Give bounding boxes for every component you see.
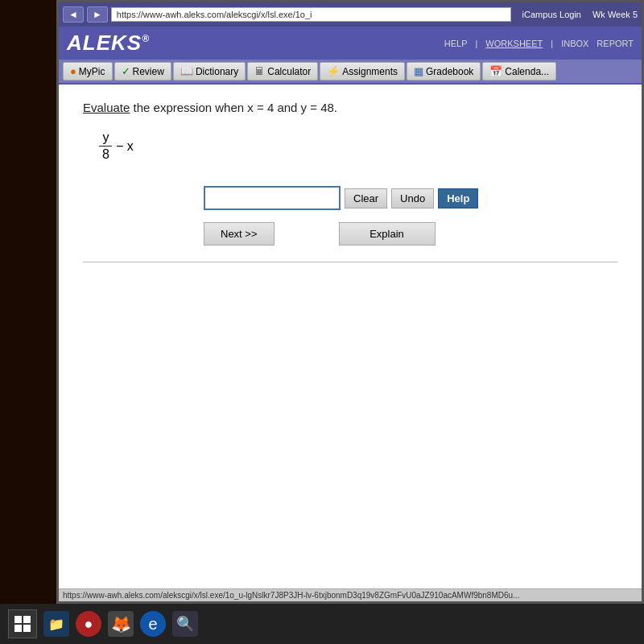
nav-gradebook[interactable]: ▦ Gradebook: [407, 62, 481, 80]
worksheet-link[interactable]: WORKSHEET: [485, 39, 543, 48]
answer-row: Clear Undo Help: [204, 186, 617, 210]
taskbar-explorer-icon[interactable]: 📁: [43, 611, 69, 637]
gradebook-icon: ▦: [414, 65, 423, 77]
calendar-icon: 📅: [489, 65, 502, 77]
taskbar-firefox-icon[interactable]: 🦊: [108, 611, 134, 637]
nav-calendar[interactable]: 📅 Calenda...: [482, 62, 556, 80]
dictionary-icon: 📖: [180, 65, 193, 77]
content-divider: [83, 262, 617, 262]
nav-calculator[interactable]: 🖩 Calculator: [247, 62, 318, 80]
nav-dictionary[interactable]: 📖 Dictionary: [173, 62, 246, 80]
nav-review[interactable]: ✓ Review: [114, 62, 171, 80]
aleks-navbar: ● MyPic ✓ Review 📖 Dictionary 🖩 Calculat…: [59, 60, 642, 85]
calculator-icon: 🖩: [254, 65, 265, 77]
fraction: y 8: [99, 130, 113, 162]
assignments-icon: ⚡: [327, 65, 340, 77]
report-link[interactable]: REPORT: [597, 39, 634, 48]
taskbar-circle-icon[interactable]: ●: [76, 611, 101, 637]
aleks-header-right: HELP | WORKSHEET | INBOX REPORT: [444, 39, 634, 48]
forward-button[interactable]: ►: [87, 6, 108, 23]
inbox-link[interactable]: INBOX: [561, 39, 588, 48]
aleks-logo: ALEKS®: [67, 31, 150, 56]
windows-icon: [14, 616, 31, 632]
taskbar: 📁 ● 🦊 e 🔍: [0, 604, 644, 644]
browser-chrome: ◄ ► https://www-awh.aleks.com/alekscgi/x…: [59, 2, 642, 27]
status-bar: https://www-awh.aleks.com/alekscgi/x/lsl…: [59, 588, 642, 601]
clear-button[interactable]: Clear: [345, 188, 387, 208]
next-button[interactable]: Next >>: [204, 222, 275, 246]
address-bar[interactable]: https://www-awh.aleks.com/alekscgi/x/lsl…: [111, 7, 511, 22]
aleks-header: ALEKS® HELP | WORKSHEET | INBOX REPORT: [59, 27, 642, 60]
browser-window: ◄ ► https://www-awh.aleks.com/alekscgi/x…: [59, 2, 642, 601]
explain-button[interactable]: Explain: [339, 222, 436, 246]
undo-button[interactable]: Undo: [391, 188, 434, 208]
problem-text: Evaluate the expression when x = 4 and y…: [83, 101, 617, 114]
review-icon: ✓: [122, 65, 130, 77]
nav-assignments[interactable]: ⚡ Assignments: [320, 62, 405, 80]
math-expression: y 8 − x: [99, 130, 617, 162]
denominator: 8: [99, 147, 113, 162]
mypic-icon: ●: [70, 65, 76, 77]
start-button[interactable]: [8, 609, 37, 638]
expression-suffix: − x: [116, 139, 134, 154]
back-button[interactable]: ◄: [63, 6, 84, 23]
action-row: Next >> Explain: [204, 222, 617, 246]
evaluate-word: Evaluate: [83, 101, 130, 114]
tab-icampus[interactable]: iCampus Login: [522, 10, 581, 19]
answer-input[interactable]: [204, 186, 341, 210]
tab-week[interactable]: Wk Week 5: [592, 10, 638, 19]
taskbar-ie-icon[interactable]: e: [140, 611, 166, 637]
help-button[interactable]: Help: [438, 188, 478, 208]
nav-mypic[interactable]: ● MyPic: [63, 62, 113, 80]
numerator: y: [99, 130, 112, 147]
main-content: Evaluate the expression when x = 4 and y…: [59, 85, 642, 588]
taskbar-search-icon[interactable]: 🔍: [172, 611, 198, 637]
answer-area: Clear Undo Help Next >> Explain: [204, 186, 617, 246]
instruction-rest: the expression when x = 4 and y = 48.: [130, 101, 337, 114]
monitor: ◄ ► https://www-awh.aleks.com/alekscgi/x…: [56, 0, 644, 604]
help-link[interactable]: HELP: [444, 39, 468, 48]
